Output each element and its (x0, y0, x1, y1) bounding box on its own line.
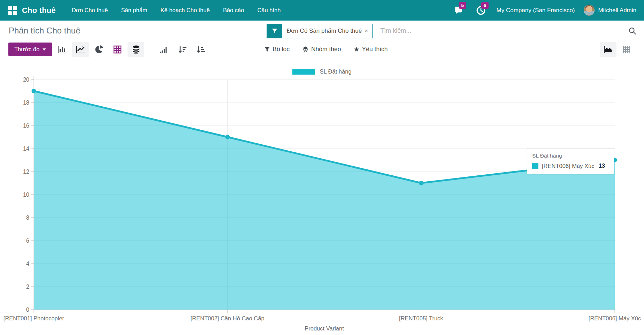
svg-text:Product Variant: Product Variant (305, 325, 344, 332)
svg-text:10: 10 (23, 192, 29, 198)
svg-text:0: 0 (26, 307, 29, 313)
tooltip-label: [RENT006] Máy Xúc (542, 163, 594, 169)
sort-descending-button[interactable] (174, 42, 191, 57)
app-name[interactable]: Cho thuê (22, 6, 56, 15)
measures-button[interactable]: Thước đo (8, 43, 52, 56)
company-switcher[interactable]: My Company (San Francisco) (497, 7, 575, 14)
svg-text:6: 6 (26, 238, 29, 244)
graph-toolbar: Thước đo (0, 41, 644, 58)
facet-label: Đơn Có Sản phẩm Cho thuê (282, 24, 364, 38)
chart-legend[interactable]: SL Đặt hàng (0, 58, 644, 76)
view-switcher (596, 42, 635, 57)
menu-products[interactable]: Sản phẩm (114, 0, 154, 21)
svg-text:[RENT001] Photocopier: [RENT001] Photocopier (3, 315, 64, 321)
svg-text:20: 20 (23, 77, 29, 83)
tooltip-value: 13 (598, 162, 605, 169)
ascending-bars-icon (160, 45, 168, 54)
control-panel: Phân tích Cho thuê Đơn Có Sản phẩm Cho t… (0, 21, 644, 41)
search-options: Bộ lọc Nhóm theo ★ Yêu thích (264, 45, 400, 53)
funnel-icon (271, 28, 278, 34)
favorites-label: Yêu thích (362, 46, 388, 53)
tooltip-swatch (532, 163, 538, 169)
stacked-toggle-button[interactable] (128, 42, 144, 57)
svg-text:4: 4 (26, 261, 29, 267)
sort-ascending-icon (197, 45, 205, 54)
page-title: Phân tích Cho thuê (9, 26, 80, 36)
activities-menu[interactable]: 6 (475, 5, 487, 16)
search-bar: Đơn Có Sản phẩm Cho thuê × (261, 21, 644, 41)
pie-chart-button[interactable] (91, 42, 107, 57)
svg-text:12: 12 (23, 169, 29, 175)
filters-label: Bộ lọc (273, 46, 290, 53)
bar-chart-button[interactable] (54, 42, 70, 57)
svg-text:[RENT005] Truck: [RENT005] Truck (399, 315, 443, 321)
activities-badge: 6 (481, 2, 489, 9)
pivot-view-button[interactable] (618, 42, 635, 57)
chart-tooltip: SL Đặt hàng [RENT006] Máy Xúc 13 (527, 148, 614, 174)
caret-down-icon (43, 48, 46, 51)
bar-chart-icon (58, 45, 67, 54)
line-chart-button[interactable] (72, 42, 89, 57)
apps-menu-icon[interactable] (8, 6, 17, 15)
search-input[interactable] (380, 27, 628, 35)
menu-rental-orders[interactable]: Đơn Cho thuê (65, 0, 114, 21)
table-grid-icon (113, 45, 122, 54)
stacked-layers-icon (132, 45, 140, 54)
search-facet[interactable]: Đơn Có Sản phẩm Cho thuê × (267, 24, 373, 38)
funnel-icon (264, 46, 270, 52)
chart-area: SL Đặt hàng 02468101214161820[RENT001] P… (0, 58, 644, 335)
svg-text:8: 8 (26, 215, 29, 221)
cumulative-button[interactable] (155, 42, 172, 57)
tooltip-title: SL Đặt hàng (532, 153, 609, 159)
graph-view-button[interactable] (600, 42, 616, 57)
spreadsheet-button[interactable] (109, 42, 126, 57)
facet-filter-block (267, 24, 282, 38)
top-navbar: Cho thuê Đơn Cho thuê Sản phẩm Kế hoạch … (0, 0, 644, 21)
svg-text:2: 2 (26, 284, 29, 290)
avatar[interactable] (584, 5, 595, 16)
measures-label: Thước đo (14, 46, 39, 53)
sort-ascending-button[interactable] (192, 42, 209, 57)
search-icon[interactable] (628, 26, 637, 36)
layers-icon (302, 46, 309, 53)
svg-text:16: 16 (23, 123, 29, 129)
chart-canvas[interactable]: 02468101214161820[RENT001] Photocopier[R… (0, 76, 644, 335)
main-menu: Đơn Cho thuê Sản phẩm Kế hoạch Cho thuê … (65, 0, 287, 21)
groupby-button[interactable]: Nhóm theo (302, 46, 341, 53)
sort-descending-icon (178, 45, 187, 54)
svg-text:18: 18 (23, 100, 29, 106)
menu-rental-schedule[interactable]: Kế hoạch Cho thuê (154, 0, 216, 21)
line-chart-icon (76, 45, 85, 54)
messages-menu[interactable]: 5 (453, 5, 465, 16)
legend-label: SL Đặt hàng (320, 69, 351, 75)
area-chart-icon (604, 45, 613, 54)
svg-text:14: 14 (23, 146, 29, 152)
filters-button[interactable]: Bộ lọc (264, 46, 290, 53)
user-menu[interactable]: Mitchell Admin (598, 7, 636, 14)
menu-configuration[interactable]: Cấu hình (251, 0, 287, 21)
menu-reporting[interactable]: Báo cáo (216, 0, 251, 21)
facet-remove-icon[interactable]: × (364, 24, 372, 38)
pie-chart-icon (95, 45, 104, 54)
svg-text:[RENT006] Máy Xúc: [RENT006] Máy Xúc (589, 315, 641, 321)
groupby-label: Nhóm theo (311, 46, 341, 53)
favorites-button[interactable]: ★ Yêu thích (354, 45, 388, 53)
svg-text:[RENT002] Căn Hộ Cao Cấp: [RENT002] Căn Hộ Cao Cấp (191, 315, 264, 321)
star-icon: ★ (354, 45, 360, 53)
legend-swatch (292, 69, 315, 75)
pivot-table-icon (622, 45, 631, 54)
messages-badge: 5 (459, 2, 467, 9)
